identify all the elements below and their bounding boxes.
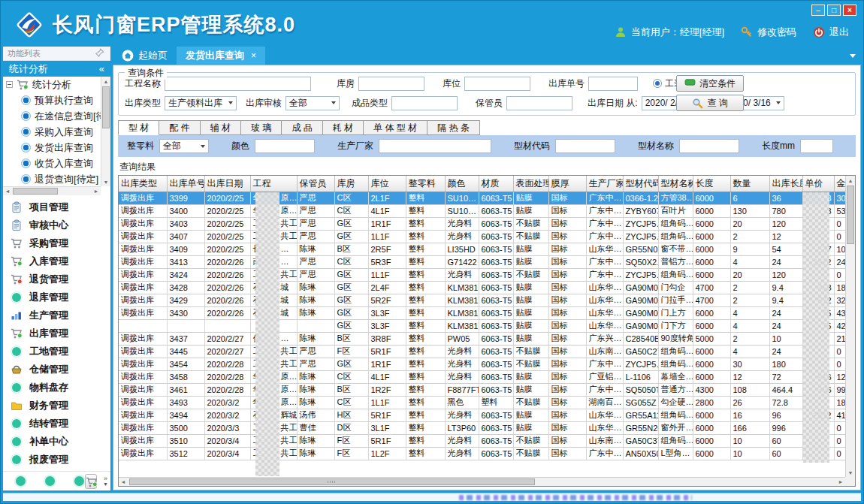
tree-item[interactable]: 发货出库查询 [3, 140, 101, 155]
sidebar-menu-item[interactable]: 审核中心 [3, 216, 110, 234]
sidebar-menu-item[interactable]: 财务管理 [3, 397, 110, 415]
tree-item[interactable]: 采购入库查询 [3, 124, 101, 140]
column-header[interactable]: 库房 [334, 176, 368, 192]
table-row[interactable]: 调拨出库35122020/3/4工共工程陈琳F区1L2F整料光身料6063-T5… [119, 447, 856, 460]
profile-name-input[interactable] [679, 139, 739, 153]
column-header[interactable]: 出库日期 [204, 176, 250, 192]
table-vscroll-thumb[interactable] [847, 186, 854, 244]
tree-horizontal-scrollbar[interactable]: ◄ ► [3, 186, 101, 195]
minimize-button[interactable]: – [811, 5, 825, 16]
table-row[interactable]: 调拨出库34452020/2/27工共工程严思F区5R1F整料光身料6063-T… [119, 345, 856, 358]
tab-home[interactable]: 起始页 [113, 47, 177, 65]
material-tab[interactable]: 隔 热 条 [427, 120, 480, 135]
factory-input[interactable] [379, 139, 491, 153]
sidebar-menu-item[interactable]: 入库管理 [3, 252, 110, 270]
tree-root-item[interactable]: 统计分析 [3, 77, 101, 92]
sidebar-menu-item[interactable]: 物料盘存 [3, 379, 110, 397]
shortcut-circle-icon[interactable] [45, 476, 55, 486]
tree-item[interactable]: 预算执行查询 [3, 92, 101, 108]
close-button[interactable]: × [843, 5, 856, 16]
table-row[interactable]: 调拨出库34542020/2/28工共工程严思G区1R1F整料光身料6063-T… [119, 358, 856, 370]
maximize-button[interactable]: □ [827, 5, 841, 16]
shortcut-circle-icon[interactable] [74, 476, 84, 486]
search-button[interactable]: 查 询 [676, 95, 744, 111]
scroll-down-icon[interactable]: ▼ [101, 177, 110, 186]
radio-gongzhuang-icon[interactable] [653, 79, 662, 88]
scroll-down-icon[interactable]: ▼ [846, 468, 855, 477]
shortcut-circle-icon[interactable] [16, 476, 26, 486]
sidebar-menu-item[interactable]: 退货管理 [3, 270, 110, 288]
tree-item[interactable]: 在途信息查询[待 [3, 108, 101, 124]
table-row[interactable]: 调拨出库34032020/2/25工共工程严思G区1R1F整料光身料6063-T… [119, 217, 856, 230]
material-tab[interactable]: 耗 材 [323, 120, 364, 135]
table-row[interactable]: G区3L3F整料KLM38176063-T5贴膜国标山东华…GA90M09…门下… [119, 319, 856, 332]
table-row[interactable]: 调拨出库34002020/2/25华原…严思C区4L1F整料SU10…6063-… [119, 204, 856, 217]
tab-close-icon[interactable]: × [251, 50, 256, 61]
column-header[interactable]: 保管员 [297, 176, 334, 192]
table-row[interactable]: 调拨出库34072020/2/25工共工程严思G区1L1F整料光身料6063-T… [119, 230, 856, 243]
collapse-icon[interactable]: « [99, 63, 104, 74]
material-tab[interactable]: 配 件 [159, 120, 200, 135]
sidebar-menu-item[interactable]: 退库管理 [3, 288, 110, 306]
sidebar-menu-item[interactable]: 出库管理 [3, 324, 110, 343]
material-tab[interactable]: 辅 材 [201, 120, 241, 135]
sidebar-menu-item[interactable]: 补单中心 [3, 433, 110, 451]
table-row[interactable]: 调拨出库34242020/2/26工共工程严思G区1L1F整料光身料6063-T… [119, 268, 856, 281]
table-row[interactable]: 调拨出库34612020/2/28华原…陈琳B区1R2F整料F8877FT606… [119, 383, 856, 396]
sidebar-menu-item[interactable]: 项目管理 [3, 198, 110, 216]
pin-icon[interactable] [95, 48, 106, 59]
table-row[interactable]: 调拨出库34372020/2/27佛…陈琳B区3R8F整料PW056063-T5… [119, 332, 856, 345]
table-row[interactable]: 调拨出库35102020/3/4工共工程陈琳F区5R1F整料光身料6063-T5… [119, 434, 856, 447]
sidebar-menu-item[interactable]: 结转管理 [3, 415, 110, 433]
table-row[interactable]: 调拨出库34282020/2/26石城陈琳G区2L4F整料KLM38176063… [119, 281, 856, 294]
sidebar-section-header[interactable]: 统计分析 « [3, 61, 110, 77]
sidebar-menu-item[interactable]: 工地管理 [3, 343, 110, 361]
out-type-select[interactable]: 生产领料出库 [165, 96, 237, 110]
order-no-input[interactable] [588, 77, 638, 91]
table-row[interactable]: 调拨出库34302020/2/26石城陈琳G区3L3F整料KLM38176063… [119, 306, 856, 319]
column-header[interactable]: 库位 [368, 176, 406, 192]
keeper-input[interactable] [506, 96, 572, 110]
column-header[interactable]: 工程 [250, 176, 297, 192]
column-header[interactable]: 颜色 [445, 176, 479, 192]
profile-code-input[interactable] [555, 139, 615, 153]
length-input[interactable] [800, 139, 833, 153]
tree-item[interactable]: 退货查询[待定] [3, 171, 101, 186]
table-row[interactable]: 调拨出库34132020/2/26南…严思C区5R3F整料G714226063-… [119, 255, 856, 268]
material-tab[interactable]: 玻 璃 [241, 120, 282, 135]
column-header[interactable]: 材质 [479, 176, 513, 192]
column-header[interactable]: 长度 [693, 176, 730, 192]
material-tab[interactable]: 型 材 [118, 120, 159, 135]
audit-select[interactable]: 全部 [285, 96, 340, 110]
column-header[interactable]: 出库长度 [769, 176, 802, 192]
scroll-right-icon[interactable]: ► [836, 478, 845, 486]
scroll-up-icon[interactable]: ▲ [101, 77, 110, 86]
column-header[interactable]: 单价 [802, 176, 834, 192]
sidebar-menu-item[interactable]: 采购管理 [3, 234, 110, 252]
column-header[interactable]: 整零料 [406, 176, 445, 192]
table-row[interactable]: 调拨出库34092020/2/25长…陈琳B区2R5F整料LI35HD6063-… [119, 243, 856, 255]
sidebar-menu-item[interactable]: 报废管理 [3, 451, 110, 469]
sidebar-menu-item[interactable]: 仓储管理 [3, 361, 110, 379]
column-header[interactable]: 生产厂家 [586, 176, 623, 192]
scroll-left-icon[interactable]: ◄ [119, 478, 128, 486]
column-header[interactable]: 数量 [730, 176, 769, 192]
tree-item[interactable]: 收货入库查询 [3, 155, 101, 171]
table-row[interactable]: 调拨出库34582020/2/28华原…陈琳C区4L1F整料光身料6063-T5… [119, 370, 856, 383]
tree-collapse-icon[interactable] [6, 81, 13, 88]
column-header[interactable]: 型材代码 [623, 176, 658, 192]
location-input[interactable] [464, 77, 530, 91]
table-hscroll-thumb[interactable] [129, 478, 535, 485]
tree-vscroll-thumb[interactable] [102, 86, 110, 128]
scroll-right-icon[interactable]: ► [92, 187, 101, 195]
column-header[interactable]: 出库类型 [119, 176, 167, 192]
whole-part-select[interactable]: 全部 [159, 139, 209, 153]
scroll-up-icon[interactable]: ▲ [846, 176, 855, 185]
table-row[interactable]: 调拨出库34932020/3/2华原…陈琳C区1L1F整料黑色塑料不贴膜国标湖南… [119, 396, 856, 409]
color-input[interactable] [255, 139, 315, 153]
column-header[interactable]: 出库单号 [167, 176, 204, 192]
clear-conditions-button[interactable]: 清空条件 [676, 75, 744, 92]
product-type-input[interactable] [391, 96, 458, 110]
material-tab[interactable]: 成 品 [282, 120, 322, 135]
table-row[interactable]: 调拨出库33992020/2/25华原…严思C区2L1F整料SU10…6063-… [119, 192, 856, 204]
